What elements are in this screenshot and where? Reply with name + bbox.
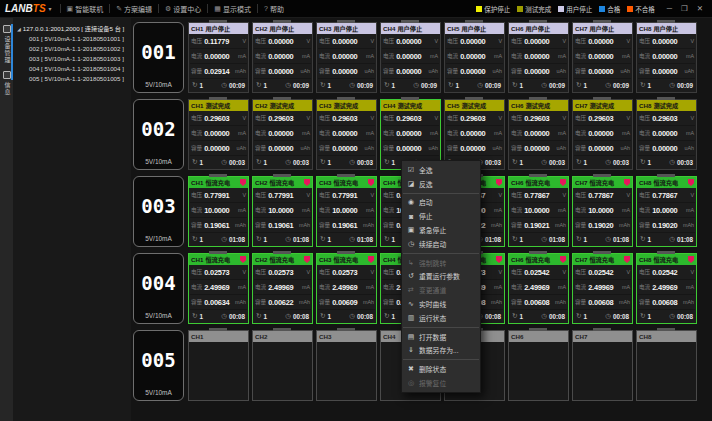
channel-status: 用户停止	[333, 24, 358, 33]
loop-count: 1	[327, 236, 331, 243]
tree-device-item[interactable]: 005 [ 5V/10mA-1.1-20180501005 ]	[13, 74, 131, 84]
channel-panel[interactable]: CH6用户停止电压0.00000V电流0.00000mA容量0.00000uAh…	[508, 22, 569, 93]
field-value: 10.0000	[524, 206, 549, 215]
loop-count: 1	[583, 236, 587, 243]
device-card[interactable]: 0055V/10mA	[133, 330, 184, 401]
context-menu-item[interactable]: ◉启动	[402, 196, 480, 210]
legend-label: 用户停止	[566, 4, 592, 14]
channel-panel[interactable]: CH6测试完成电压0.29603V电流0.00000mA容量0.00000uAh…	[508, 99, 569, 170]
channel-panel[interactable]: CH6	[508, 330, 569, 401]
channel-panel[interactable]: CH1用户停止电压0.11779V电流0.00000mA容量0.02914mAh…	[188, 22, 249, 93]
channel-panel[interactable]: CH5用户停止电压0.00000V电流0.00000mA容量0.00000uAh…	[444, 22, 505, 93]
channel-panel[interactable]: CH6恒流充电电压0.02542V电流2.49969mA容量0.00608mAh…	[508, 253, 569, 324]
channel-panel[interactable]: CH3用户停止电压0.00000V电流0.00000mA容量0.00000uAh…	[316, 22, 377, 93]
channel-footer: ↻1◷00:09	[253, 79, 312, 91]
channel-panel[interactable]: CH8恒流充电电压0.02542V电流2.49969mA容量0.00608mAh…	[636, 253, 697, 324]
menu-智能联机[interactable]: ▣智能联机	[64, 4, 107, 14]
field-unit: V	[562, 269, 566, 275]
channel-panel[interactable]: CH7测试完成电压0.29603V电流0.00000mA容量0.00000uAh…	[572, 99, 633, 170]
channel-header: CH8	[637, 331, 696, 342]
channel-panel[interactable]: CH1测试完成电压0.29603V电流0.00000mA容量0.00000uAh…	[188, 99, 249, 170]
channel-panel[interactable]: CH2恒流充电电压0.77991V电流10.0000mA容量0.19061mAh…	[252, 176, 313, 247]
minimize-button[interactable]: ─	[667, 4, 672, 13]
field-label: 电压	[383, 191, 394, 199]
context-menu-item[interactable]: ▤打开数据	[402, 330, 480, 344]
device-card[interactable]: 0045V/10mA	[133, 253, 184, 324]
clock-icon: ◷	[285, 159, 291, 166]
channel-panel[interactable]: CH7用户停止电压0.00000V电流0.00000mA容量0.00000uAh…	[572, 22, 633, 93]
chevron-down-icon[interactable]: ▾	[49, 5, 52, 12]
channel-panel[interactable]: CH7恒流充电电压0.02542V电流2.49969mA容量0.00608mAh…	[572, 253, 633, 324]
context-menu-item[interactable]: ↺重置运行参数	[402, 270, 480, 284]
close-button[interactable]: ✕	[697, 4, 703, 13]
field-value: 0.29603	[332, 114, 357, 123]
channel-panel[interactable]: CH8恒流充电电压0.77867V电流10.0000mA容量0.19020mAh…	[636, 176, 697, 247]
field-unit: V	[562, 38, 566, 44]
channel-panel[interactable]: CH1恒流充电电压0.02573V电流2.49969mA容量0.00634mAh…	[188, 253, 249, 324]
context-menu-item[interactable]: ▥运行状态	[402, 311, 480, 325]
channel-panel[interactable]: CH7恒流充电电压0.77867V电流10.0000mA容量0.19020mAh…	[572, 176, 633, 247]
panel-terminal-notch	[657, 20, 675, 23]
channel-panel[interactable]: CH2	[252, 330, 313, 401]
menu-帮助[interactable]: ?帮助	[261, 4, 287, 14]
channel-panel[interactable]: CH2用户停止电压0.00000V电流0.00000mA容量0.00000uAh…	[252, 22, 313, 93]
channel-footer: ↻1◷01:08	[573, 233, 632, 245]
channel-panel[interactable]: CH1	[188, 330, 249, 401]
menu-显示模式[interactable]: ▦显示模式	[211, 4, 254, 14]
field-label: 容量	[319, 298, 330, 306]
context-menu-item[interactable]: ✖删除状态	[402, 362, 480, 376]
field-unit: V	[306, 38, 310, 44]
tree-device-item[interactable]: 004 [ 5V/10mA-1.1-20180501004 ]	[13, 64, 131, 74]
channel-panel[interactable]: CH3恒流充电电压0.02573V电流2.49969mA容量0.00609mAh…	[316, 253, 377, 324]
menu-方案编辑[interactable]: ✎方案编辑	[113, 4, 155, 14]
tree-device-item[interactable]: 001 [ 5V/10mA-1.1-20180501001 ]	[13, 34, 131, 44]
context-menu-item[interactable]: ∿实时曲线	[402, 297, 480, 311]
time-value: 01:08	[485, 236, 501, 243]
time-value: 00:09	[549, 82, 565, 89]
field-value: 0.29603	[524, 114, 549, 123]
field-value: 0.00000	[652, 129, 677, 138]
channel-panel[interactable]: CH7	[572, 330, 633, 401]
channel-status: 测试完成	[269, 101, 294, 110]
field-capacity: 容量0.19020mAh	[574, 218, 631, 233]
channel-panel[interactable]: CH8	[636, 330, 697, 401]
menu-设置中心[interactable]: ⚙设置中心	[162, 4, 204, 14]
channel-panel[interactable]: CH8测试完成电压0.29603V电流0.00000mA容量0.00000uAh…	[636, 99, 697, 170]
context-menu-item[interactable]: ◷续接启动	[402, 237, 480, 251]
tree-device-item[interactable]: 002 [ 5V/10mA-1.1-20180501002 ]	[13, 44, 131, 54]
device-card[interactable]: 0025V/10mA	[133, 99, 184, 170]
field-value: 0.00609	[332, 298, 357, 307]
channel-header: CH3测试完成	[317, 100, 376, 111]
channel-name: CH6	[511, 25, 523, 32]
field-label: 电流	[511, 129, 522, 137]
channel-panel[interactable]: CH8用户停止电压0.00000V电流0.00000mA容量0.00000uAh…	[636, 22, 697, 93]
tree-root-node[interactable]: ◢ 127.0.0.1:2001,2000 [ 连接设备5 台 ]	[13, 24, 131, 34]
channel-panel[interactable]: CH4用户停止电压0.00000V电流0.00000mA容量0.00000uAh…	[380, 22, 441, 93]
channel-header: CH4用户停止	[381, 23, 440, 34]
channel-panel[interactable]: CH6恒流充电电压0.77867V电流10.0000mA容量0.19021mAh…	[508, 176, 569, 247]
field-value: 0.19061	[204, 221, 229, 230]
context-menu-item[interactable]: ⇓数据另存为...	[402, 344, 480, 358]
field-unit: mA	[494, 207, 502, 213]
channel-name: CH2	[255, 179, 267, 186]
context-menu-item[interactable]: ☑全选	[402, 163, 480, 177]
context-menu-item[interactable]: ◙停止	[402, 209, 480, 223]
channel-panel[interactable]: CH3	[316, 330, 377, 401]
channel-panel[interactable]: CH1恒流充电电压0.77991V电流10.0000mA容量0.19061mAh…	[188, 176, 249, 247]
channel-panel[interactable]: CH3测试完成电压0.29603V电流0.00000mA容量0.00000uAh…	[316, 99, 377, 170]
context-menu-item[interactable]: ▣紧急停止	[402, 223, 480, 237]
strip-tab-label: 设备管理	[3, 36, 10, 64]
field-unit: V	[498, 269, 502, 275]
tree-expander-icon[interactable]: ◢	[17, 24, 21, 34]
channel-panel[interactable]: CH2恒流充电电压0.02573V电流2.49969mA容量0.00622mAh…	[252, 253, 313, 324]
tree-device-item[interactable]: 003 [ 5V/10mA-1.1-20180501003 ]	[13, 54, 131, 64]
maximize-button[interactable]: ❐	[681, 4, 688, 13]
context-menu-item[interactable]: ◪反选	[402, 177, 480, 191]
elapsed-time: ◷01:08	[541, 236, 565, 243]
device-card[interactable]: 0015V/10mA	[133, 22, 184, 93]
device-card[interactable]: 0035V/10mA	[133, 176, 184, 247]
channel-panel[interactable]: CH3恒流充电电压0.77991V电流10.0000mA容量0.19061mAh…	[316, 176, 377, 247]
field-value: 0.00000	[652, 144, 677, 153]
channel-panel[interactable]: CH2测试完成电压0.29603V电流0.00000mA容量0.00000uAh…	[252, 99, 313, 170]
elapsed-time: ◷00:09	[669, 82, 693, 89]
